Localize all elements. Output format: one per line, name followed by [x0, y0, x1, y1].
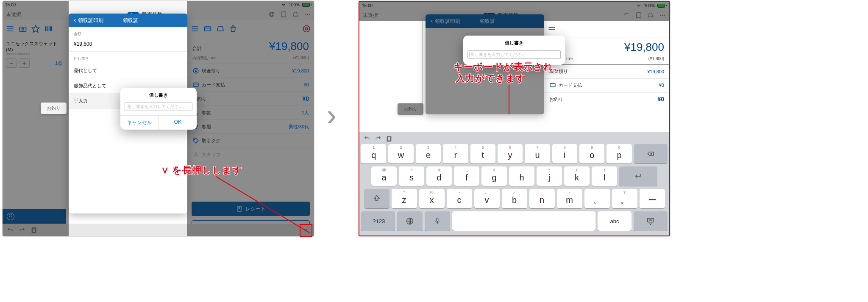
key-dismiss[interactable] [634, 211, 668, 231]
receipt-title: 領収証 [103, 17, 158, 24]
arrow-icon: › [326, 97, 337, 132]
screen-right: 15:00100% 未選択1∨販売業務 合計¥19,800 内消費税 10%(¥… [359, 1, 670, 236]
key-y[interactable]: 6y [498, 144, 523, 163]
callout-2b: 入力ができます [456, 72, 526, 85]
globe-icon [406, 217, 414, 225]
kb-undo-icon[interactable] [364, 135, 370, 142]
key-r[interactable]: 4r [443, 144, 468, 163]
key-t[interactable]: 5t [470, 144, 495, 163]
key-numeric[interactable]: .?123 [361, 211, 395, 231]
key-j[interactable]: +j [537, 166, 562, 186]
key-q[interactable]: 1q [361, 144, 386, 163]
kb-redo-icon[interactable] [375, 135, 381, 142]
kb-clipboard-icon[interactable] [386, 135, 392, 142]
dim-overlay-right [187, 1, 314, 236]
cancel-button[interactable]: キャンセル [120, 116, 159, 130]
key-d[interactable]: ¥d [426, 166, 452, 186]
key-。[interactable]: ?。 [612, 189, 637, 208]
key-a[interactable]: @a [371, 166, 397, 186]
key-return[interactable] [619, 166, 657, 186]
svg-rect-24 [550, 83, 555, 87]
callout-1: ∨ を長押しします [161, 164, 242, 177]
key-z[interactable]: ^z [392, 189, 417, 208]
dim-overlay-left [3, 1, 69, 236]
svg-rect-29 [648, 218, 654, 222]
key-space[interactable] [452, 211, 595, 231]
key-c[interactable]: ~c [447, 189, 472, 208]
key-h[interactable]: -h [509, 166, 534, 186]
screen-left: 15:00 100% 未選択 1∨ 販売業務 ユニセックススウ [3, 1, 314, 236]
key-globe[interactable] [397, 211, 423, 231]
return-icon [634, 172, 643, 180]
key-mic[interactable] [425, 211, 450, 231]
key-l[interactable]: )l [592, 166, 617, 186]
kb-row-4: .?123 abc [361, 211, 668, 231]
key-w[interactable]: 2w [388, 144, 413, 163]
svg-rect-20 [637, 13, 641, 18]
key-i[interactable]: 8i [552, 144, 577, 163]
key-g[interactable]: &g [481, 166, 507, 186]
shift-icon [373, 194, 381, 203]
amount-section-label: 金額 [69, 27, 187, 39]
keyboard-hide-icon [646, 217, 655, 225]
note-input[interactable]: 但し書きを入力してください。 [125, 103, 192, 111]
callout-line-2 [509, 85, 509, 114]
key-o[interactable]: 9o [579, 144, 604, 163]
on-screen-keyboard: 1q2w3e4r5t6y7u8i9o0p @a#s¥d_f&g-h+j(k)l … [359, 132, 669, 236]
svg-rect-28 [437, 218, 438, 222]
key-backspace[interactable] [634, 144, 668, 163]
callout-2a: キーボードが表示され、 [453, 61, 563, 73]
svg-point-23 [664, 15, 665, 16]
dialog-title-2: 但し書き [463, 36, 565, 49]
note-dialog: 但し書き 但し書きを入力してください。 キャンセル OK [120, 88, 197, 130]
key-n[interactable]: ；n [529, 189, 555, 208]
key-f[interactable]: _f [454, 166, 479, 186]
key-x[interactable]: %x [419, 189, 445, 208]
key-p[interactable]: 0p [606, 144, 632, 163]
key-k[interactable]: (k [564, 166, 590, 186]
receipt-back-button[interactable]: 領収証印刷 [73, 17, 103, 24]
key-s[interactable]: #s [399, 166, 424, 186]
backspace-icon [646, 150, 655, 158]
note-section-label: 但し書き [69, 52, 187, 63]
kb-row-1: 1q2w3e4r5t6y7u8i9o0p [361, 144, 668, 163]
key-u[interactable]: 7u [525, 144, 550, 163]
key-、[interactable]: !、 [584, 189, 610, 208]
key-ー[interactable]: ー [640, 189, 665, 208]
change-tooltip: お釣り [41, 103, 67, 114]
ok-button[interactable]: OK [159, 116, 197, 130]
key-m[interactable]: ：m [557, 189, 582, 208]
receipt-amount: ¥19,800 [69, 39, 187, 52]
mic-icon [433, 217, 442, 225]
key-b[interactable]: ／b [502, 189, 527, 208]
key-shift[interactable] [364, 189, 389, 208]
key-e[interactable]: 3e [416, 144, 441, 163]
key-abc[interactable]: abc [598, 211, 632, 231]
dialog-title: 但し書き [120, 88, 197, 101]
svg-point-21 [660, 15, 661, 16]
kb-row-3: ^z%x~c…v／b；n：m!、?。ー [361, 189, 668, 208]
key-v[interactable]: …v [474, 189, 500, 208]
svg-point-22 [662, 15, 663, 16]
kb-row-2: @a#s¥d_f&g-h+j(k)l [361, 166, 668, 186]
note-option-1[interactable]: 品代として [69, 63, 187, 78]
note-input-2[interactable]: 但し書きを入力してください。 [467, 50, 561, 59]
